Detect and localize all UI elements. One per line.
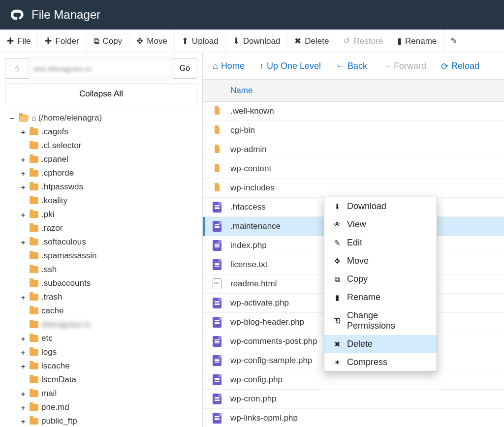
context-menu-compress[interactable]: ✶Compress (324, 353, 437, 371)
download-icon: ⬇ (332, 202, 342, 211)
nav-forward-button[interactable]: →Forward (382, 61, 426, 71)
expand-icon[interactable]: + (20, 293, 27, 302)
file-name: .maintenance (230, 221, 281, 231)
tree-item[interactable]: .koality (20, 194, 197, 208)
expand-icon[interactable]: + (20, 335, 27, 343)
context-menu-delete[interactable]: ✖Delete (324, 335, 437, 353)
tree-item-label: pne.md (41, 402, 69, 412)
delete-button[interactable]: ✖Delete (287, 30, 336, 53)
context-menu-change-permissions[interactable]: ⚿Change Permissions (324, 306, 437, 335)
home-icon: ⌂ (14, 63, 20, 74)
context-menu-move[interactable]: ✥Move (324, 252, 437, 270)
tree-item[interactable]: +logs (20, 345, 197, 359)
context-menu-view[interactable]: 👁View (324, 215, 437, 234)
expand-icon[interactable]: + (20, 417, 27, 426)
file-name: .well-known (230, 106, 274, 116)
tree-item[interactable]: +public_ftp (20, 414, 197, 427)
tree-item[interactable]: +.cagefs (20, 125, 197, 139)
expand-icon[interactable]: + (20, 155, 27, 164)
rename-button[interactable]: ▮Rename (390, 30, 444, 53)
arrow-left-icon: ← (336, 61, 345, 71)
file-name: wp-links-opml.php (230, 413, 298, 423)
tree-item[interactable]: +pne.md (20, 400, 197, 414)
tree-item[interactable]: +lscache (20, 359, 197, 373)
path-input[interactable] (29, 58, 173, 79)
nav-back-button[interactable]: ←Back (336, 61, 367, 71)
expand-icon[interactable]: + (20, 238, 27, 246)
file-row[interactable]: wp-includes (203, 179, 504, 198)
collapse-icon[interactable]: − (9, 114, 16, 122)
nav-home-button[interactable]: ⌂Home (213, 61, 245, 71)
file-row[interactable]: wp-cron.php (203, 390, 504, 409)
tree-item[interactable]: +.pki (20, 208, 197, 221)
context-menu-rename[interactable]: ▮Rename (324, 288, 437, 306)
expand-icon[interactable]: + (20, 183, 27, 191)
tree-item[interactable]: +mail (20, 387, 197, 400)
tree-item[interactable]: lscmData (20, 373, 197, 387)
expand-icon[interactable]: + (20, 169, 27, 178)
home-icon: ⌂ (32, 114, 36, 122)
new-file-button[interactable]: ✚File (0, 30, 38, 53)
file-row[interactable]: .well-known (203, 102, 504, 121)
tree-item[interactable]: +.cphorde (20, 166, 197, 180)
expand-icon[interactable]: + (20, 211, 27, 219)
expand-icon[interactable]: + (20, 403, 27, 412)
context-menu-download[interactable]: ⬇Download (324, 197, 437, 215)
folder-icon (30, 252, 38, 259)
tree-item[interactable]: +.cpanel (20, 152, 197, 166)
tree-item-label: .cphorde (41, 168, 74, 178)
file-row[interactable]: wp-admin (203, 140, 504, 159)
context-menu-copy[interactable]: ⧉Copy (324, 270, 437, 288)
tree-item[interactable]: .cl.selector (20, 139, 197, 152)
tree-item[interactable]: .razor (20, 221, 197, 235)
upload-button[interactable]: ⬆︎Upload (175, 30, 226, 53)
file-row[interactable]: wp-config.php (203, 370, 504, 390)
expand-icon[interactable]: + (20, 390, 27, 398)
download-button[interactable]: ⬇︎Download (226, 30, 288, 53)
tree-item[interactable]: +etc (20, 332, 197, 345)
expand-icon[interactable]: + (20, 348, 27, 357)
nav-reload-button[interactable]: ⟳Reload (441, 61, 479, 72)
file-name: wp-admin (230, 145, 267, 154)
nav-up-button[interactable]: ↑Up One Level (259, 61, 321, 71)
tree-item[interactable]: cache (20, 304, 197, 318)
file-name: readme.html (230, 279, 277, 289)
context-menu-edit[interactable]: ✎Edit (324, 234, 437, 252)
text-file-icon (212, 394, 222, 404)
tree-item-label: .cl.selector (41, 141, 81, 151)
file-row[interactable]: cgi-bin (203, 121, 504, 140)
folder-icon (212, 106, 222, 117)
folder-icon (30, 266, 38, 273)
folder-icon (212, 183, 222, 193)
file-row[interactable]: wp-links-opml.php (203, 409, 504, 427)
folder-icon (30, 128, 38, 135)
tree-item-label: lscmData (41, 375, 76, 385)
new-folder-button[interactable]: ✚Folder (38, 30, 86, 53)
text-file-icon (212, 355, 222, 366)
sort-name-button[interactable]: Name (230, 86, 252, 95)
tree-item-label: logs (41, 347, 57, 357)
restore-button[interactable]: ↺Restore (336, 30, 390, 53)
tree-item[interactable]: .subaccounts (20, 276, 197, 290)
tree-item[interactable]: elenagraur.ro (20, 318, 197, 332)
edit-button[interactable]: ✎ (444, 30, 463, 53)
tree-item[interactable]: +.htpasswds (20, 180, 197, 194)
tree-item[interactable]: .spamassassin (20, 249, 197, 263)
tree-item-label: .subaccounts (41, 278, 91, 288)
folder-icon (30, 142, 38, 149)
text-file-icon (212, 413, 222, 424)
move-button[interactable]: ✥Move (129, 30, 175, 53)
eye-icon: 👁 (332, 220, 342, 229)
copy-button[interactable]: ⧉Copy (87, 30, 130, 53)
expand-icon[interactable]: + (20, 362, 27, 370)
tree-item-label: .softaculous (41, 237, 86, 247)
tree-root[interactable]: − ⌂ (/home/elenagra) (9, 111, 197, 125)
file-row[interactable]: wp-content (203, 159, 504, 179)
go-button[interactable]: Go (173, 58, 197, 79)
tree-item[interactable]: .ssh (20, 263, 197, 276)
collapse-all-button[interactable]: Collapse All (5, 84, 197, 104)
home-button[interactable]: ⌂ (5, 58, 29, 79)
tree-item[interactable]: +.softaculous (20, 235, 197, 249)
expand-icon[interactable]: + (20, 128, 27, 136)
tree-item[interactable]: +.trash (20, 290, 197, 304)
